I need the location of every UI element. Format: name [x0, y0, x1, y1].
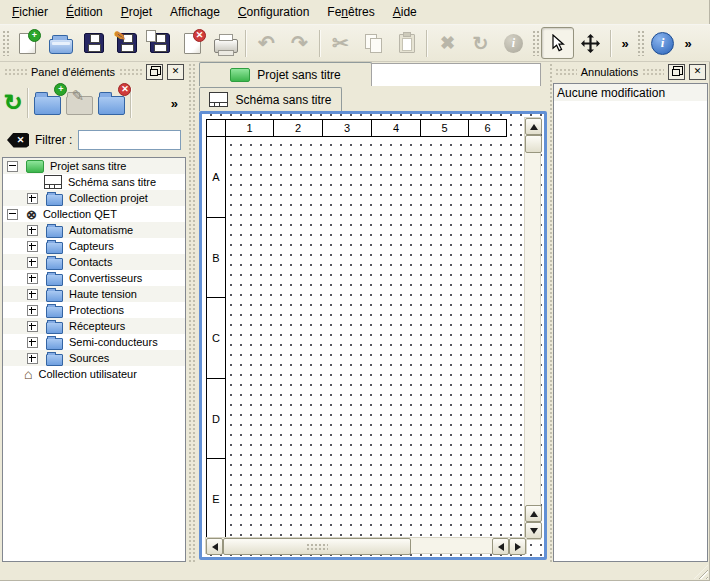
expand-icon[interactable]: [27, 289, 38, 300]
scroll-up-button[interactable]: [525, 118, 542, 135]
select-tool-button[interactable]: [541, 27, 574, 59]
about-button[interactable]: i: [646, 27, 679, 59]
tree-item-collection-qet[interactable]: ⊗ Collection QET: [3, 206, 185, 222]
close-file-button[interactable]: ✕: [176, 27, 209, 59]
collapse-icon[interactable]: [7, 209, 18, 220]
vertical-scroll-track[interactable]: [525, 153, 540, 505]
refresh-collections-button[interactable]: ↻: [4, 92, 22, 114]
open-button[interactable]: [44, 27, 77, 59]
copy-button[interactable]: [357, 27, 390, 59]
edit-element-button[interactable]: ✎: [66, 91, 93, 115]
new-document-button[interactable]: +: [11, 27, 44, 59]
scroll-up-button[interactable]: [525, 505, 542, 522]
elements-panel: Panel d'éléments ✕ ↻ + ✎ ✕ » ✕: [2, 62, 186, 562]
undo-panel-header[interactable]: Annulations ✕: [553, 62, 708, 81]
tree-item-projet-sans-titre[interactable]: Projet sans titre: [3, 158, 185, 174]
toolbar-separator: [426, 30, 428, 57]
scroll-right-button[interactable]: [509, 538, 526, 555]
float-panel-button[interactable]: [146, 64, 163, 80]
menu-aide[interactable]: Aide: [384, 1, 426, 23]
delete-element-button[interactable]: ✕: [98, 91, 125, 115]
expand-icon[interactable]: [27, 257, 38, 268]
tree-item-sources[interactable]: Sources: [3, 350, 185, 366]
menu-configuration[interactable]: Configuration: [229, 1, 318, 23]
expand-icon[interactable]: [27, 225, 38, 236]
expand-icon[interactable]: [27, 321, 38, 332]
left-splitter-handle[interactable]: [187, 62, 196, 562]
toolbar-drag-handle[interactable]: [637, 30, 644, 56]
save-as-button[interactable]: ✎: [110, 27, 143, 59]
redo-button[interactable]: ↷: [283, 27, 316, 59]
tree-item-collection-projet[interactable]: Collection projet: [3, 190, 185, 206]
toolbar-drag-handle[interactable]: [532, 30, 539, 56]
float-panel-button[interactable]: [668, 64, 685, 80]
horizontal-scrollbar[interactable]: [205, 537, 527, 554]
collapse-icon[interactable]: [7, 161, 18, 172]
undo-list-item[interactable]: Aucune modification: [554, 84, 707, 101]
tree-item-recepteurs[interactable]: Récepteurs: [3, 318, 185, 334]
undo-history-list[interactable]: Aucune modification: [553, 83, 708, 562]
horizontal-scroll-thumb[interactable]: [223, 538, 411, 555]
rotate-button[interactable]: ↻: [464, 27, 497, 59]
undo-button[interactable]: ↶: [250, 27, 283, 59]
folder-icon: [46, 338, 63, 350]
drawing-canvas[interactable]: 1 2 3 4 5 6 A B C D E: [202, 114, 544, 557]
tab-projet-sans-titre[interactable]: Projet sans titre: [199, 62, 372, 86]
paste-button[interactable]: [390, 27, 423, 59]
resize-grip[interactable]: [694, 565, 708, 579]
expand-icon[interactable]: [27, 337, 38, 348]
print-button[interactable]: [209, 27, 242, 59]
cut-button[interactable]: ✂: [324, 27, 357, 59]
tree-item-schema-sans-titre[interactable]: Schéma sans titre: [3, 174, 185, 190]
info-button[interactable]: i: [497, 27, 530, 59]
tree-item-haute-tension[interactable]: Haute tension: [3, 286, 185, 302]
scroll-left-button[interactable]: [206, 538, 223, 555]
diagram-border-grid: 1 2 3 4 5 6 A B C D E: [206, 119, 507, 540]
toolbar-drag-handle[interactable]: [2, 30, 9, 56]
tree-item-collection-utilisateur[interactable]: ⌂ Collection utilisateur: [3, 366, 185, 382]
right-arrow-icon: [515, 543, 521, 551]
vertical-scrollbar[interactable]: [524, 117, 541, 540]
elements-panel-header[interactable]: Panel d'éléments ✕: [2, 62, 186, 81]
expand-icon[interactable]: [27, 193, 38, 204]
toolbar-overflow-button[interactable]: »: [679, 27, 697, 59]
save-all-button[interactable]: [143, 27, 176, 59]
close-panel-button[interactable]: ✕: [167, 64, 184, 80]
tab-schema-sans-titre[interactable]: Schéma sans titre: [199, 87, 342, 111]
qet-collection-icon: ⊗: [26, 208, 37, 221]
folder-icon: [46, 258, 63, 270]
panel-overflow-button[interactable]: »: [171, 96, 178, 111]
row-headers: A B C D E: [206, 137, 507, 540]
project-icon: [26, 160, 44, 173]
move-tool-button[interactable]: [574, 27, 607, 59]
expand-icon[interactable]: [27, 305, 38, 316]
cut-scissors-icon: ✂: [332, 33, 349, 53]
clear-filter-button[interactable]: ✕: [7, 133, 29, 148]
delete-button[interactable]: ✖: [431, 27, 464, 59]
tree-item-protections[interactable]: Protections: [3, 302, 185, 318]
scroll-down-button[interactable]: [525, 522, 542, 539]
tree-item-capteurs[interactable]: Capteurs: [3, 238, 185, 254]
menu-affichage[interactable]: Affichage: [161, 1, 229, 23]
toolbar-overflow-button[interactable]: »: [615, 27, 635, 59]
menu-fenetres[interactable]: Fenêtres: [318, 1, 383, 23]
close-panel-button[interactable]: ✕: [689, 64, 706, 80]
save-button[interactable]: [77, 27, 110, 59]
tree-item-contacts[interactable]: Contacts: [3, 254, 185, 270]
tree-item-convertisseurs[interactable]: Convertisseurs: [3, 270, 185, 286]
menu-fichier[interactable]: Fichier: [3, 1, 57, 23]
new-element-folder-icon: [34, 96, 61, 115]
horizontal-scroll-track[interactable]: [411, 538, 492, 553]
scroll-left-button[interactable]: [492, 538, 509, 555]
menu-projet[interactable]: Projet: [112, 1, 161, 23]
vertical-scroll-thumb[interactable]: [525, 135, 542, 153]
filter-input[interactable]: [78, 130, 181, 150]
expand-icon[interactable]: [27, 273, 38, 284]
up-arrow-icon: [530, 124, 538, 130]
expand-icon[interactable]: [27, 241, 38, 252]
menu-edition[interactable]: Édition: [57, 1, 112, 23]
expand-icon[interactable]: [27, 353, 38, 364]
tree-item-semi-conducteurs[interactable]: Semi-conducteurs: [3, 334, 185, 350]
tree-item-automatisme[interactable]: Automatisme: [3, 222, 185, 238]
new-element-button[interactable]: +: [34, 91, 61, 115]
